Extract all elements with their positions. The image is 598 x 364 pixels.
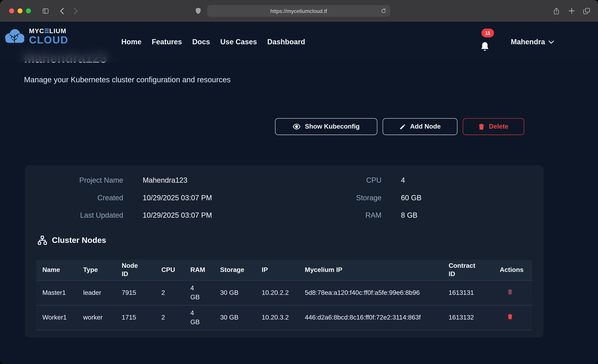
detail-label: RAM bbox=[284, 211, 382, 221]
cell-ram: 4 GB bbox=[184, 305, 214, 330]
trash-icon bbox=[507, 313, 513, 319]
nav-link-use-cases[interactable]: Use Cases bbox=[220, 38, 257, 46]
nav-link-home[interactable]: Home bbox=[121, 38, 141, 46]
nav-link-docs[interactable]: Docs bbox=[192, 38, 210, 46]
safari-window: https://myceliumcloud.tf bbox=[0, 0, 598, 364]
cell-type: leader bbox=[77, 280, 116, 305]
column-header-actions: Actions bbox=[494, 260, 532, 280]
cell-contract-id: 1613132 bbox=[442, 305, 494, 330]
column-header-cpu: CPU bbox=[155, 260, 184, 280]
window-close-button[interactable] bbox=[9, 8, 14, 13]
detail-value: 8 GB bbox=[401, 211, 544, 221]
mycelium-cloud-logo[interactable]: MYCLIUM CLOUD bbox=[4, 28, 68, 45]
browser-toolbar: https://myceliumcloud.tf bbox=[0, 0, 598, 22]
cell-node-id: 1715 bbox=[116, 305, 155, 330]
address-bar[interactable]: https://myceliumcloud.tf bbox=[207, 5, 390, 17]
eye-icon bbox=[293, 124, 300, 130]
detail-label: CPU bbox=[284, 175, 382, 185]
detail-label: Created bbox=[25, 193, 123, 203]
details-right-column: CPU 4 Storage 60 GB RAM 8 GB bbox=[284, 175, 544, 220]
site-navbar: MYCLIUM CLOUD Home Features Docs Use Cas… bbox=[0, 22, 598, 62]
detail-label: Last Updated bbox=[25, 211, 123, 221]
cell-actions bbox=[494, 305, 532, 330]
detail-label: Project Name bbox=[25, 175, 123, 185]
cell-type: worker bbox=[77, 305, 116, 330]
column-header-node-id: Node ID bbox=[116, 260, 155, 280]
page-subtitle: Manage your Kubernetes cluster configura… bbox=[24, 75, 231, 84]
page-body: Mahendra123 Manage your Kubernetes clust… bbox=[0, 22, 598, 364]
new-tab-icon[interactable] bbox=[566, 0, 577, 22]
table-row: Worker1 worker 1715 2 4 GB 30 GB 10.20.3… bbox=[36, 305, 532, 330]
network-nodes-icon bbox=[37, 235, 47, 245]
detail-label: Storage bbox=[284, 193, 382, 203]
detail-value: 10/29/2025 03:07 PM bbox=[143, 193, 284, 203]
cell-contract-id: 1613131 bbox=[442, 280, 494, 305]
cell-node-id: 7915 bbox=[116, 280, 155, 305]
reload-icon[interactable] bbox=[381, 5, 386, 17]
notification-badge: 11 bbox=[482, 29, 494, 37]
back-icon[interactable] bbox=[57, 0, 66, 22]
share-icon[interactable] bbox=[551, 0, 562, 22]
url-text: https://myceliumcloud.tf bbox=[270, 8, 327, 14]
cell-mycelium-ip: 5d8:78ea:a120:f40c:ff0f:a5fe:99e6:8b96 bbox=[299, 280, 443, 305]
detail-value: 10/29/2025 03:07 PM bbox=[143, 211, 284, 221]
table-row: Master1 leader 7915 2 4 GB 30 GB 10.20.2… bbox=[36, 280, 532, 305]
cell-name: Master1 bbox=[36, 280, 77, 305]
tab-overview-icon[interactable] bbox=[581, 0, 592, 22]
trash-icon bbox=[479, 123, 485, 130]
detail-value: Mahendra123 bbox=[143, 175, 284, 185]
cell-ip: 10.20.2.2 bbox=[256, 280, 299, 305]
column-header-mycelium-ip: Mycelium IP bbox=[299, 260, 443, 280]
cell-ip: 10.20.3.2 bbox=[256, 305, 299, 330]
table-header-row: Name Type Node ID CPU RAM Storage IP Myc… bbox=[36, 260, 532, 280]
cell-actions bbox=[494, 280, 532, 305]
column-header-storage: Storage bbox=[214, 260, 256, 280]
details-left-column: Project Name Mahendra123 Created 10/29/2… bbox=[25, 175, 284, 220]
cluster-actions: Show Kubeconfig Add Node Delete bbox=[275, 118, 524, 135]
user-name: Mahendra bbox=[511, 38, 545, 46]
nav-link-dashboard[interactable]: Dashboard bbox=[267, 38, 305, 46]
detail-value: 4 bbox=[401, 175, 544, 185]
cell-storage: 30 GB bbox=[214, 305, 256, 330]
trash-icon bbox=[507, 289, 513, 295]
pencil-icon bbox=[399, 124, 406, 130]
delete-node-button[interactable] bbox=[507, 313, 513, 319]
cell-cpu: 2 bbox=[155, 305, 184, 330]
column-header-name: Name bbox=[36, 260, 77, 280]
window-zoom-button[interactable] bbox=[26, 8, 31, 13]
cell-cpu: 2 bbox=[155, 280, 184, 305]
user-menu[interactable]: Mahendra bbox=[511, 22, 554, 62]
cluster-nodes-heading: Cluster Nodes bbox=[37, 235, 106, 245]
logo-wordmark-top: MYCLIUM bbox=[29, 28, 68, 34]
cell-ram: 4 GB bbox=[184, 280, 214, 305]
cell-storage: 30 GB bbox=[214, 280, 256, 305]
detail-value: 60 GB bbox=[401, 193, 544, 203]
nav-link-features[interactable]: Features bbox=[152, 38, 182, 46]
logo-wordmark-bottom: CLOUD bbox=[29, 35, 68, 45]
sidebar-toggle-icon[interactable] bbox=[41, 0, 50, 22]
window-minimize-button[interactable] bbox=[17, 8, 23, 13]
forward-icon[interactable] bbox=[71, 0, 80, 22]
cell-mycelium-ip: 446:d2a6:8bcd:8c16:ff0f:72e2:3114:863f bbox=[299, 305, 443, 330]
column-header-contract-id: Contract ID bbox=[442, 260, 494, 280]
chevron-down-icon bbox=[548, 40, 554, 44]
delete-node-button[interactable] bbox=[507, 289, 513, 295]
column-header-type: Type bbox=[77, 260, 116, 280]
cell-name: Worker1 bbox=[36, 305, 77, 330]
cloud-logo-icon bbox=[4, 28, 26, 45]
cluster-panel: Project Name Mahendra123 Created 10/29/2… bbox=[25, 165, 544, 338]
column-header-ram: RAM bbox=[184, 260, 214, 280]
nav-links: Home Features Docs Use Cases Dashboard bbox=[121, 38, 305, 46]
screen: https://myceliumcloud.tf bbox=[0, 0, 598, 364]
show-kubeconfig-button[interactable]: Show Kubeconfig bbox=[275, 118, 377, 135]
cluster-nodes-table: Name Type Node ID CPU RAM Storage IP Myc… bbox=[36, 260, 532, 330]
notifications-button[interactable]: 11 bbox=[479, 33, 494, 55]
delete-cluster-button[interactable]: Delete bbox=[463, 118, 524, 135]
logo-e-glyph bbox=[45, 29, 49, 33]
column-header-ip: IP bbox=[256, 260, 299, 280]
privacy-shield-icon[interactable] bbox=[193, 0, 203, 22]
bell-icon bbox=[480, 42, 490, 52]
cluster-details: Project Name Mahendra123 Created 10/29/2… bbox=[25, 165, 544, 220]
add-node-button[interactable]: Add Node bbox=[382, 118, 457, 135]
cluster-nodes-title: Cluster Nodes bbox=[52, 236, 106, 245]
